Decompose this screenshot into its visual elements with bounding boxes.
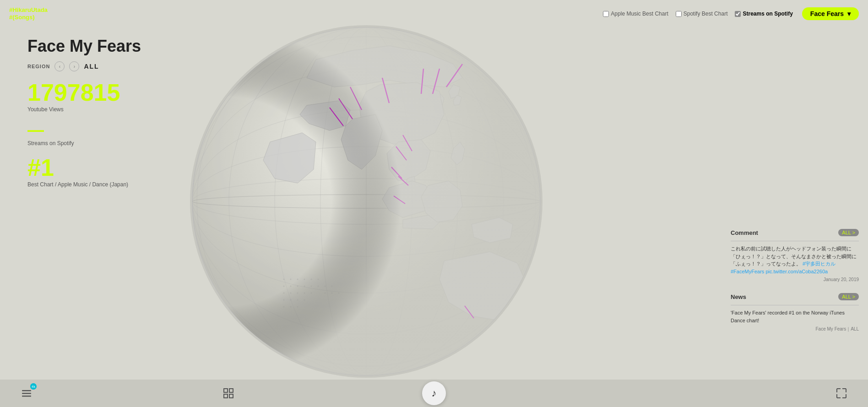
svg-point-33 (311, 279, 312, 280)
right-panel: Comment ALL > これ私の前に試聴した人がヘッドフォン装った瞬間に「ひ… (731, 37, 859, 343)
svg-point-38 (304, 286, 305, 287)
region-label: REGION (27, 64, 50, 69)
svg-rect-62 (229, 389, 233, 392)
svg-point-57 (338, 293, 340, 294)
comment-title: Comment (731, 229, 758, 236)
filter-streams-checkbox[interactable] (735, 11, 741, 17)
svg-point-53 (325, 286, 326, 287)
svg-point-54 (331, 286, 333, 287)
comment-body: これ私の前に試聴した人がヘッドフォン装った瞬間に「ひぇっ！？」となって、そんなま… (731, 246, 857, 266)
news-meta: Face My Fears｜ALL (731, 326, 859, 332)
notification-count: 4k (30, 383, 37, 390)
expand-icon (835, 387, 848, 400)
brand-tag1: #HikaruUtada (9, 6, 48, 14)
svg-point-46 (283, 299, 285, 301)
filter-apple-checkbox[interactable] (603, 11, 609, 17)
svg-rect-61 (224, 389, 228, 392)
filter-apple[interactable]: Apple Music Best Chart (603, 11, 668, 17)
svg-point-35 (283, 286, 285, 287)
top-right: Apple Music Best Chart Spotify Best Char… (603, 7, 859, 20)
news-header: News ALL > (731, 293, 859, 300)
news-section: News ALL > 'Face My Fears' recorded #1 o… (731, 293, 859, 332)
svg-point-55 (325, 293, 326, 294)
filter-streams[interactable]: Streams on Spotify (735, 11, 792, 17)
region-nav: REGION ‹ › ALL (27, 61, 156, 71)
svg-point-34 (318, 279, 319, 280)
svg-rect-63 (224, 394, 228, 398)
svg-point-42 (290, 293, 292, 294)
svg-point-56 (331, 293, 333, 294)
comment-all-button[interactable]: ALL > (838, 229, 859, 236)
music-note-icon: ♪ (432, 387, 437, 399)
svg-rect-60 (22, 396, 31, 397)
svg-rect-64 (229, 394, 233, 398)
bottom-bar: 4k ♪ (0, 380, 868, 407)
svg-point-48 (297, 299, 298, 301)
svg-point-51 (290, 306, 292, 308)
svg-point-30 (290, 279, 292, 280)
views-label: Youtube Views (27, 106, 156, 113)
region-next-button[interactable]: › (69, 61, 79, 71)
news-title: News (731, 293, 746, 300)
globe-svg (179, 14, 554, 389)
grid-button[interactable] (220, 385, 237, 402)
song-selector-button[interactable]: Face Fears ▾ (802, 7, 859, 20)
svg-rect-59 (22, 393, 31, 394)
svg-point-31 (297, 279, 298, 280)
filter-spotify-checkbox[interactable] (676, 11, 682, 17)
globe-container (160, 14, 572, 389)
comment-date: January 20, 2019 (731, 277, 859, 282)
svg-point-28 (192, 27, 540, 375)
music-note-button[interactable]: ♪ (422, 381, 446, 405)
chevron-down-icon: ▾ (847, 10, 851, 17)
svg-point-40 (318, 286, 319, 287)
grid-icon (222, 387, 235, 400)
views-count: 1797815 (27, 81, 156, 104)
comment-section: Comment ALL > これ私の前に試聴した人がヘッドフォン装った瞬間に「ひ… (731, 229, 859, 282)
news-all-button[interactable]: ALL > (838, 293, 859, 300)
filter-spotify-label: Spotify Best Chart (684, 11, 728, 17)
expand-button[interactable] (833, 385, 850, 402)
filter-spotify[interactable]: Spotify Best Chart (676, 11, 728, 17)
svg-point-52 (297, 306, 298, 308)
brand-tags: #HikaruUtada #(Songs) (9, 6, 48, 21)
chart-filters: Apple Music Best Chart Spotify Best Char… (603, 11, 792, 17)
svg-point-29 (283, 279, 285, 280)
svg-point-50 (283, 306, 285, 308)
brand-tag2: #(Songs) (9, 14, 48, 21)
comment-divider (731, 241, 859, 241)
left-panel: Face My Fears REGION ‹ › ALL 1797815 You… (27, 37, 156, 188)
svg-point-43 (297, 293, 298, 294)
chart-label: Best Chart / Apple Music / Dance (Japan) (27, 181, 156, 188)
news-divider (731, 305, 859, 305)
svg-point-47 (290, 299, 292, 301)
svg-point-45 (311, 293, 312, 294)
svg-point-39 (311, 286, 312, 287)
svg-rect-58 (22, 390, 31, 391)
svg-point-36 (290, 286, 292, 287)
spacer-right (631, 385, 648, 402)
region-value: ALL (84, 63, 99, 70)
streams-count: — (27, 122, 156, 138)
filter-streams-label: Streams on Spotify (743, 11, 792, 17)
filter-apple-label: Apple Music Best Chart (611, 11, 668, 17)
top-bar: #HikaruUtada #(Songs) Apple Music Best C… (0, 0, 868, 27)
streams-label: Streams on Spotify (27, 140, 156, 147)
chart-rank: #1 (27, 156, 156, 179)
svg-point-49 (304, 299, 305, 301)
notification-button[interactable]: 4k (18, 385, 35, 402)
svg-point-37 (297, 286, 298, 287)
svg-point-44 (304, 293, 305, 294)
comment-text: これ私の前に試聴した人がヘッドフォン装った瞬間に「ひぇっ！？」となって、そんなま… (731, 245, 859, 275)
svg-point-41 (283, 293, 285, 294)
song-selector-label: Face Fears (810, 10, 844, 17)
comment-header: Comment ALL > (731, 229, 859, 236)
song-title: Face My Fears (27, 37, 156, 56)
svg-point-32 (304, 279, 305, 280)
region-prev-button[interactable]: ‹ (54, 61, 65, 71)
news-text: 'Face My Fears' recorded #1 on the Norwa… (731, 309, 859, 324)
